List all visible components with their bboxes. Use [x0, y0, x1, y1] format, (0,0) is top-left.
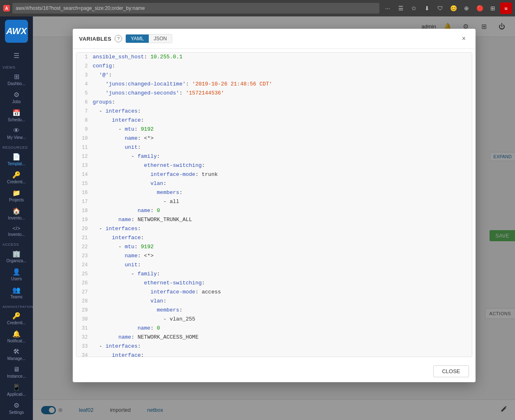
- code-editor[interactable]: 1ansible_ssh_host: 10.255.0.12config:3 '…: [76, 52, 472, 357]
- browser-more-icon[interactable]: ···: [382, 2, 393, 14]
- browser-addon-icon2[interactable]: 🔴: [474, 2, 485, 14]
- browser-icons: ··· ☰ ✩ ⬇ 🛡 😊 ⊕ 🔴 ⊞ u: [382, 2, 512, 14]
- credentials-icon: 🔑: [12, 171, 21, 179]
- sidebar-item-label: Schedu...: [8, 118, 25, 122]
- browser-download-icon[interactable]: ⬇: [421, 2, 433, 14]
- line-number: 30: [76, 315, 93, 323]
- line-content: name: <*>: [93, 134, 472, 143]
- line-number: 14: [76, 171, 93, 179]
- code-line: 21 interface:: [76, 233, 472, 242]
- sidebar-item-label: Templat...: [7, 162, 25, 166]
- inventories2-icon: </>: [13, 225, 21, 231]
- format-tabs: YAML JSON: [125, 34, 172, 43]
- line-number: 8: [76, 116, 93, 125]
- line-content: members:: [93, 189, 472, 197]
- sidebar-item-inventories[interactable]: 🏠 Invento...: [0, 205, 33, 223]
- help-icon[interactable]: ?: [115, 35, 122, 42]
- line-content: ethernet-switching:: [93, 162, 472, 170]
- line-number: 20: [76, 225, 93, 233]
- line-number: 33: [76, 342, 93, 351]
- sidebar-item-label: Dashbo...: [8, 81, 25, 86]
- code-line: 1ansible_ssh_host: 10.255.0.1: [76, 53, 472, 62]
- sidebar-item-applications[interactable]: 📱 Applicati...: [0, 381, 33, 399]
- line-content: vlan:: [93, 297, 472, 305]
- code-line: 15 vlan:: [76, 179, 472, 188]
- sidebar-item-organizations[interactable]: 🏢 Organiza...: [0, 247, 33, 265]
- browser-bar: A awx/#/hosts/16?host_search=page_size:2…: [0, 0, 515, 16]
- code-line: 28 vlan:: [76, 297, 472, 306]
- line-content: - interfaces:: [93, 342, 472, 351]
- sidebar-item-instance[interactable]: 🖥 Instance...: [0, 363, 33, 381]
- sidebar-item-notifications[interactable]: 🔔 Notificat...: [0, 328, 33, 346]
- management-icon: 🛠: [13, 348, 20, 355]
- sidebar-item-teams[interactable]: 👥 Teams: [0, 284, 33, 302]
- sidebar-item-templates[interactable]: 📄 Templat...: [0, 150, 33, 168]
- line-number: 25: [76, 270, 93, 278]
- settings-icon: ⚙: [14, 402, 19, 409]
- creds-admin-icon: 🔑: [12, 312, 21, 320]
- jobs-icon: ⚙: [14, 91, 19, 99]
- code-line: 14 interface-mode: trunk: [76, 170, 472, 179]
- line-content: - mtu: 9192: [93, 125, 472, 134]
- browser-u-icon[interactable]: u: [500, 2, 512, 14]
- url-bar[interactable]: awx/#/hosts/16?host_search=page_size:20;…: [12, 3, 379, 14]
- code-line: 26 ethernet-switching:: [76, 279, 472, 288]
- code-line: 34 interface:: [76, 351, 472, 357]
- sidebar-item-settings[interactable]: ⚙ Settings: [0, 399, 33, 417]
- browser-emoji-icon[interactable]: 😊: [448, 2, 459, 14]
- close-modal-button[interactable]: CLOSE: [433, 365, 469, 377]
- modal-overlay: VARIABLES ? YAML JSON × 1ansible_ssh_hos…: [33, 16, 515, 420]
- sidebar-item-dashboard[interactable]: ⊞ Dashbo...: [0, 70, 33, 88]
- modal-close-x-button[interactable]: ×: [459, 34, 469, 44]
- sidebar-item-schedules[interactable]: 📅 Schedu...: [0, 106, 33, 125]
- code-line: 16 members:: [76, 188, 472, 197]
- browser-shield-icon[interactable]: 🛡: [434, 2, 446, 14]
- line-content: interface-mode: access: [93, 288, 472, 296]
- browser-library-icon[interactable]: ☰: [395, 2, 406, 14]
- sidebar-item-label: Credenti...: [7, 180, 26, 184]
- tab-json[interactable]: JSON: [149, 35, 172, 43]
- line-number: 1: [76, 53, 93, 61]
- code-line: 20 - interfaces:: [76, 224, 472, 233]
- sidebar-item-management[interactable]: 🛠 Manage...: [0, 346, 33, 363]
- teams-icon: 👥: [12, 286, 21, 294]
- app-container: AWX ☰ VIEWS ⊞ Dashbo... ⚙ Jobs 📅 Schedu.…: [0, 16, 515, 420]
- line-content: - vlan_255: [93, 315, 472, 323]
- sidebar-item-label: Organiza...: [7, 258, 27, 263]
- line-content: name: NETWORK_ACCESS_HOME: [93, 333, 472, 342]
- line-content: ansible_ssh_host: 10.255.0.1: [93, 53, 472, 61]
- sidebar-item-myview[interactable]: 👁 My View...: [0, 125, 33, 142]
- sidebar-item-label: Projects: [9, 198, 24, 202]
- code-line: 12 - family:: [76, 152, 472, 161]
- users-icon: 👤: [12, 268, 21, 276]
- sidebar-item-credentials[interactable]: 🔑 Credenti...: [0, 168, 33, 187]
- line-number: 9: [76, 125, 93, 134]
- sidebar-item-jobs[interactable]: ⚙ Jobs: [0, 88, 33, 106]
- sidebar-admin-label: ADMINISTRATION: [0, 302, 33, 309]
- templates-icon: 📄: [12, 153, 21, 161]
- code-line: 4 'junos:changed-localtime': '2019-10-26…: [76, 80, 472, 89]
- sidebar-menu-icon[interactable]: ☰: [0, 49, 33, 62]
- line-number: 6: [76, 98, 93, 106]
- code-line: 6groups:: [76, 98, 472, 107]
- browser-grid-icon[interactable]: ⊞: [487, 2, 499, 14]
- sidebar-item-projects[interactable]: 📁 Projects: [0, 187, 33, 205]
- sidebar-logo[interactable]: AWX: [5, 20, 28, 43]
- line-content: unit:: [93, 261, 472, 269]
- sidebar-item-users[interactable]: 👤 Users: [0, 265, 33, 284]
- browser-bookmark-icon[interactable]: ✩: [408, 2, 420, 14]
- notifications-icon: 🔔: [12, 330, 21, 338]
- hamburger-icon: ☰: [14, 52, 19, 60]
- line-number: 32: [76, 333, 93, 342]
- line-content: 'junos:changed-localtime': '2019-10-26 2…: [93, 80, 472, 88]
- code-line: 11 unit:: [76, 143, 472, 152]
- browser-addon-icon1[interactable]: ⊕: [461, 2, 472, 14]
- sidebar-item-label: Users: [11, 277, 22, 281]
- tab-yaml[interactable]: YAML: [126, 35, 149, 43]
- sidebar-item-creds-admin[interactable]: 🔑 Credenti...: [0, 309, 33, 328]
- code-line: 2config:: [76, 62, 472, 71]
- sidebar-item-inventories2[interactable]: </> Invento...: [0, 223, 33, 239]
- myview-icon: 👁: [13, 127, 20, 134]
- line-content: unit:: [93, 143, 472, 152]
- sidebar: AWX ☰ VIEWS ⊞ Dashbo... ⚙ Jobs 📅 Schedu.…: [0, 16, 33, 420]
